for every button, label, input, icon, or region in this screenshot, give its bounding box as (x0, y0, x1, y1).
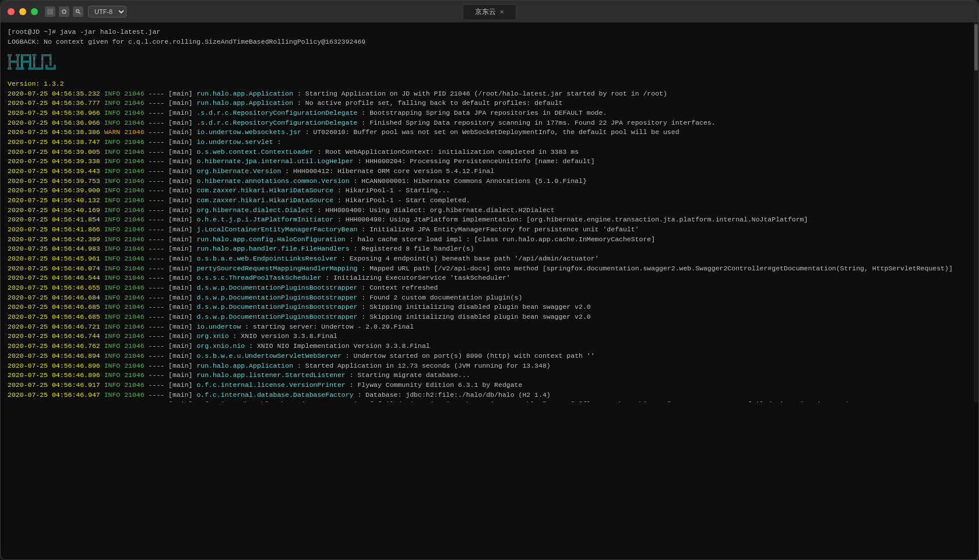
shell-icon[interactable] (45, 6, 55, 17)
svg-point-2 (76, 9, 79, 12)
logback-line: LOGBACK: No context given for c.q.l.core… (8, 37, 967, 47)
minimize-button[interactable] (19, 8, 26, 15)
svg-point-1 (62, 10, 66, 13)
log-line: 2020-07-25 04:56:41.854 INFO 21046 ---- … (8, 215, 967, 225)
log-line: 2020-07-25 04:56:39.900 INFO 21046 ---- … (8, 186, 967, 196)
titlebar-tabs: 京东云 ✕ (463, 4, 516, 19)
log-line: 2020-07-25 04:56:40.169 INFO 21046 ---- … (8, 206, 967, 216)
log-line: 2020-07-25 04:56:46.896 INFO 21046 ---- … (8, 361, 967, 371)
log-line: 2020-07-25 04:56:38.747 INFO 21046 ---- … (8, 138, 967, 147)
log-line: 2020-07-25 04:56:46.074 INFO 21046 ---- … (8, 264, 967, 274)
prompt-line: [root@JD ~]# java -jar halo-latest.jar (8, 27, 967, 37)
svg-line-3 (79, 12, 80, 14)
close-button[interactable] (8, 8, 15, 15)
log-line: 2020-07-25 04:56:39.443 INFO 21046 ---- … (8, 167, 967, 177)
log-line: 2020-07-25 04:56:36.777 INFO 21046 ---- … (8, 98, 967, 108)
bottom-area (1, 402, 978, 559)
log-line: 2020-07-25 04:56:38.386 WARN 21046 ---- … (8, 128, 967, 138)
log-line: 2020-07-25 04:56:46.684 INFO 21046 ---- … (8, 293, 967, 303)
terminal-body[interactable]: [root@JD ~]# java -jar halo-latest.jar L… (1, 23, 978, 402)
titlebar: UTF-8 京东云 ✕ (1, 1, 978, 23)
log-line: 2020-07-25 04:56:46.655 INFO 21046 ---- … (8, 283, 967, 293)
maximize-button[interactable] (31, 8, 38, 15)
log-line: 2020-07-25 04:56:46.721 INFO 21046 ---- … (8, 322, 967, 332)
encoding-dropdown[interactable]: UTF-8 (88, 6, 126, 17)
log-line: 2020-07-25 04:56:46.894 INFO 21046 ---- … (8, 351, 967, 361)
log-line: 2020-07-25 04:56:40.132 INFO 21046 ---- … (8, 196, 967, 206)
log-line: 2020-07-25 04:56:46.685 INFO 21046 ---- … (8, 312, 967, 322)
terminal-window: UTF-8 京东云 ✕ [root@JD ~]# java -jar halo-… (0, 0, 979, 560)
log-line: 2020-07-25 04:56:46.544 INFO 21046 ---- … (8, 273, 967, 283)
traffic-lights (8, 8, 38, 15)
log-line: 2020-07-25 04:56:46.896 INFO 21046 ---- … (8, 371, 967, 381)
log-line: 2020-07-25 04:56:35.232 INFO 21046 ---- … (8, 89, 967, 99)
log-line: 2020-07-25 04:56:36.966 INFO 21046 ---- … (8, 118, 967, 128)
halo-logo: ╦ ╦╔═╗╦ ╔═╗ ╠═╣╠═╣║ ║ ║ ╩ ╩╩ ╩╩═╝╚═╝ (8, 50, 967, 77)
log-line: 2020-07-25 04:56:46.947 INFO 21046 ---- … (8, 390, 967, 400)
titlebar-icons (45, 6, 83, 17)
log-line: 2020-07-25 04:56:45.961 INFO 21046 ---- … (8, 254, 967, 264)
scrollbar-thumb[interactable] (974, 24, 978, 71)
scrollbar[interactable] (974, 23, 978, 402)
log-line: 2020-07-25 04:56:41.866 INFO 21046 ---- … (8, 225, 967, 235)
log-line: 2020-07-25 04:56:39.005 INFO 21046 ---- … (8, 147, 967, 157)
log-line: 2020-07-25 04:56:46.744 INFO 21046 ---- … (8, 332, 967, 341)
log-container: 2020-07-25 04:56:35.232 INFO 21046 ---- … (8, 89, 967, 402)
terminal-content: [root@JD ~]# java -jar halo-latest.jar L… (8, 27, 967, 402)
log-line: 2020-07-25 04:56:46.917 INFO 21046 ---- … (8, 381, 967, 390)
svg-text:╩ ╩╩ ╩╩═╝╚═╝: ╩ ╩╩ ╩╩═╝╚═╝ (8, 65, 57, 73)
log-line: 2020-07-25 04:56:44.983 INFO 21046 ---- … (8, 244, 967, 254)
tab-jingdong[interactable]: 京东云 ✕ (463, 4, 516, 19)
svg-rect-0 (47, 9, 53, 15)
log-line: 2020-07-25 04:56:36.966 INFO 21046 ---- … (8, 108, 967, 118)
log-line: 2020-07-25 04:56:42.399 INFO 21046 ---- … (8, 235, 967, 245)
log-line: 2020-07-25 04:56:46.974 INFO 21046 ---- … (8, 400, 967, 402)
log-line: 2020-07-25 04:56:46.762 INFO 21046 ---- … (8, 341, 967, 351)
log-line: 2020-07-25 04:56:46.685 INFO 21046 ---- … (8, 302, 967, 312)
log-line: 2020-07-25 04:56:39.338 INFO 21046 ---- … (8, 157, 967, 167)
tab-label: 京东云 (475, 7, 496, 17)
version-line: Version: 1.3.2 (8, 79, 967, 89)
log-line: 2020-07-25 04:56:39.753 INFO 21046 ---- … (8, 177, 967, 186)
tab-close-icon[interactable]: ✕ (499, 9, 504, 15)
search-icon[interactable] (73, 6, 83, 17)
settings-icon[interactable] (59, 6, 69, 17)
